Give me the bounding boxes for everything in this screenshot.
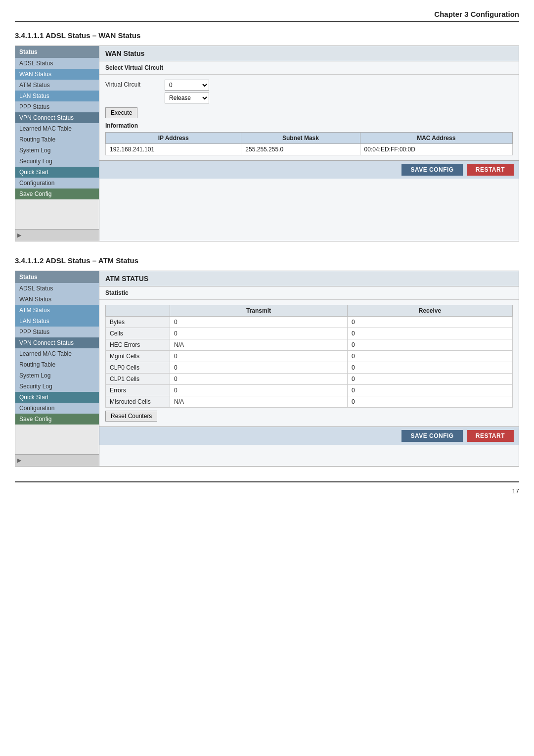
atm-errors-rx: 0	[347, 385, 512, 396]
atm-hec-tx: N/A	[170, 339, 348, 351]
atm-label-misrouted: Misrouted Cells	[106, 396, 170, 408]
atm-mgmt-tx: 0	[170, 351, 348, 362]
wan-content-title: WAN Status	[99, 46, 519, 61]
sidebar2-item-configuration[interactable]: Configuration	[15, 403, 99, 414]
col-subnet-mask: Subnet Mask	[241, 133, 360, 144]
atm-row-clp1: CLP1 Cells 0 0	[106, 374, 513, 385]
wan-info-table: IP Address Subnet Mask MAC Address 192.1…	[105, 132, 513, 155]
atm-cells-rx: 0	[347, 328, 512, 339]
atm-clp0-tx: 0	[170, 362, 348, 374]
atm-clp1-tx: 0	[170, 374, 348, 385]
execute-button[interactable]: Execute	[105, 107, 137, 118]
sidebar-item-system-log[interactable]: System Log	[15, 145, 99, 156]
atm-bytes-tx: 0	[170, 317, 348, 328]
sidebar2-item-security-log[interactable]: Security Log	[15, 381, 99, 392]
col-ip-address: IP Address	[106, 133, 241, 144]
sidebar-header-wan: Status	[15, 46, 99, 58]
restart-button-atm[interactable]: RESTART	[467, 430, 514, 442]
sidebar-item-atm-status[interactable]: ATM Status	[15, 80, 99, 91]
virtual-circuit-label: Virtual Circuit	[105, 80, 165, 88]
sidebar2-item-vpn-connect-status[interactable]: VPN Connect Status	[15, 337, 99, 348]
section2-title: 3.4.1.1.2 ADSL Status – ATM Status	[15, 256, 519, 265]
sidebar-wan: Status ADSL Status WAN Status ATM Status…	[15, 46, 99, 241]
save-config-button-wan[interactable]: SAVE CONFIG	[401, 164, 462, 176]
information-label: Information	[105, 122, 513, 129]
virtual-circuit-row: Virtual Circuit 0 1 2 3 Release Renew	[105, 80, 513, 103]
sidebar2-item-atm-status[interactable]: ATM Status	[15, 305, 99, 316]
atm-clp0-rx: 0	[347, 362, 512, 374]
atm-row-clp0: CLP0 Cells 0 0	[106, 362, 513, 374]
atm-row-errors: Errors 0 0	[106, 385, 513, 396]
atm-mgmt-rx: 0	[347, 351, 512, 362]
atm-col-empty	[106, 305, 170, 317]
atm-hec-rx: 0	[347, 339, 512, 351]
sidebar-atm: Status ADSL Status WAN Status ATM Status…	[15, 271, 99, 466]
sidebar2-item-routing-table[interactable]: Routing Table	[15, 359, 99, 370]
sidebar2-item-quick-start[interactable]: Quick Start	[15, 392, 99, 403]
sidebar-item-security-log[interactable]: Security Log	[15, 156, 99, 167]
cell-subnet: 255.255.255.0	[241, 144, 360, 155]
sidebar2-item-lan-status[interactable]: LAN Status	[15, 316, 99, 327]
atm-errors-tx: 0	[170, 385, 348, 396]
table-row: 192.168.241.101 255.255.255.0 00:04:ED:F…	[106, 144, 513, 155]
sidebar2-item-wan-status[interactable]: WAN Status	[15, 294, 99, 305]
atm-col-transmit: Transmit	[170, 305, 348, 317]
atm-label-errors: Errors	[106, 385, 170, 396]
wan-content-body: Virtual Circuit 0 1 2 3 Release Renew	[99, 75, 519, 160]
atm-misrouted-rx: 0	[347, 396, 512, 408]
section1-title: 3.4.1.1.1 ADSL Status – WAN Status	[15, 31, 519, 40]
atm-row-cells: Cells 0 0	[106, 328, 513, 339]
sidebar-item-ppp-status[interactable]: PPP Status	[15, 101, 99, 112]
chapter-title: Chapter 3 Configuration	[434, 10, 519, 18]
sidebar-item-configuration[interactable]: Configuration	[15, 178, 99, 189]
atm-label-mgmt-cells: Mgmt Cells	[106, 351, 170, 362]
wan-status-container: Status ADSL Status WAN Status ATM Status…	[15, 46, 519, 241]
atm-bytes-rx: 0	[347, 317, 512, 328]
cell-mac: 00:04:ED:FF:00:0D	[360, 144, 512, 155]
virtual-circuit-select[interactable]: 0 1 2 3	[165, 80, 209, 91]
sidebar-item-vpn-connect-status[interactable]: VPN Connect Status	[15, 112, 99, 123]
sidebar-header-atm: Status	[15, 271, 99, 283]
sidebar-footer-wan: ▶	[15, 229, 99, 241]
sidebar-item-adsl-status[interactable]: ADSL Status	[15, 58, 99, 69]
atm-stats-table: Transmit Receive Bytes 0 0 Cells 0	[105, 305, 513, 408]
sidebar-item-routing-table[interactable]: Routing Table	[15, 134, 99, 145]
sidebar2-item-adsl-status[interactable]: ADSL Status	[15, 283, 99, 294]
sidebar-item-lan-status[interactable]: LAN Status	[15, 91, 99, 101]
sidebar2-item-ppp-status[interactable]: PPP Status	[15, 327, 99, 337]
sidebar2-item-save-config[interactable]: Save Config	[15, 414, 99, 425]
atm-label-cells: Cells	[106, 328, 170, 339]
atm-clp1-rx: 0	[347, 374, 512, 385]
sidebar-item-learned-mac-table[interactable]: Learned MAC Table	[15, 123, 99, 134]
wan-bottom-bar: SAVE CONFIG RESTART	[99, 160, 519, 179]
page-number: 17	[15, 487, 519, 495]
sidebar2-item-system-log[interactable]: System Log	[15, 370, 99, 381]
atm-bottom-bar: SAVE CONFIG RESTART	[99, 426, 519, 445]
release-select[interactable]: Release Renew	[165, 93, 209, 103]
atm-row-bytes: Bytes 0 0	[106, 317, 513, 328]
reset-counters-button[interactable]: Reset Counters	[105, 411, 157, 422]
wan-main-content: WAN Status Select Virtual Circuit Virtua…	[99, 46, 519, 241]
sidebar-item-save-config[interactable]: Save Config	[15, 189, 99, 199]
sidebar-footer-atm: ▶	[15, 454, 99, 466]
sidebar2-item-learned-mac-table[interactable]: Learned MAC Table	[15, 348, 99, 359]
atm-cells-tx: 0	[170, 328, 348, 339]
restart-button-wan[interactable]: RESTART	[467, 164, 514, 176]
sidebar-item-quick-start[interactable]: Quick Start	[15, 167, 99, 178]
atm-label-hec-errors: HEC Errors	[106, 339, 170, 351]
section-wan-status: 3.4.1.1.1 ADSL Status – WAN Status Statu…	[15, 31, 519, 241]
atm-row-mgmt-cells: Mgmt Cells 0 0	[106, 351, 513, 362]
section-atm-status: 3.4.1.1.2 ADSL Status – ATM Status Statu…	[15, 256, 519, 467]
atm-misrouted-tx: N/A	[170, 396, 348, 408]
save-config-button-atm[interactable]: SAVE CONFIG	[401, 430, 462, 442]
atm-content-title: ATM STATUS	[99, 271, 519, 286]
cell-ip: 192.168.241.101	[106, 144, 241, 155]
atm-row-misrouted: Misrouted Cells N/A 0	[106, 396, 513, 408]
wan-select-vc-subtitle: Select Virtual Circuit	[99, 61, 519, 75]
virtual-circuit-controls: 0 1 2 3 Release Renew	[165, 80, 209, 103]
atm-label-clp1: CLP1 Cells	[106, 374, 170, 385]
atm-status-container: Status ADSL Status WAN Status ATM Status…	[15, 271, 519, 467]
sidebar-item-wan-status[interactable]: WAN Status	[15, 69, 99, 80]
atm-statistic-subtitle: Statistic	[99, 286, 519, 300]
col-mac-address: MAC Address	[360, 133, 512, 144]
